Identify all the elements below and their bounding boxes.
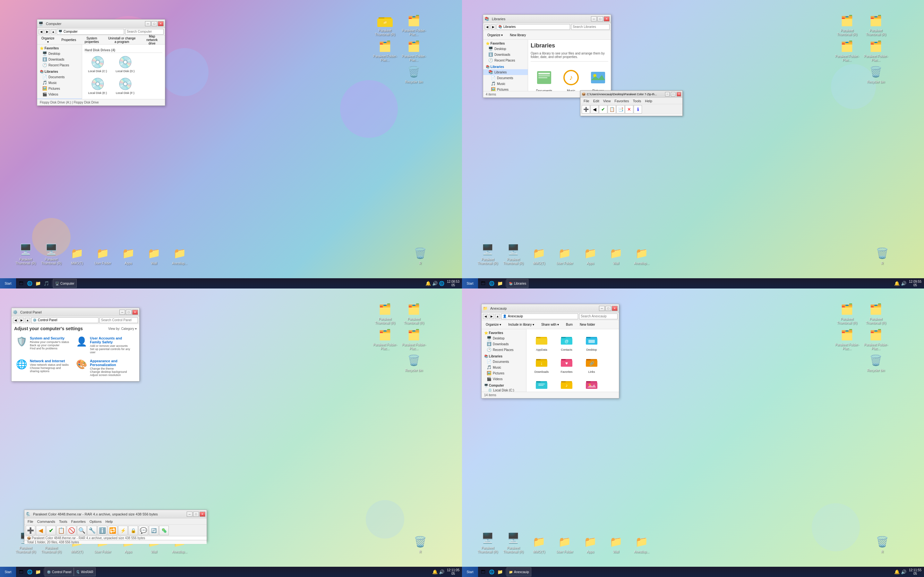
rar-menu-file[interactable]: File — [26, 519, 35, 524]
desktop-icon-br-b4[interactable]: 📁 User Folder — [552, 534, 577, 554]
folder-downloads[interactable]: ↓ Downloads — [530, 355, 553, 375]
tbi-br-1[interactable]: 🗔 — [479, 568, 487, 576]
rar-menu-tools[interactable]: Tools — [57, 519, 69, 524]
minimize-button[interactable]: ─ — [145, 21, 151, 26]
user-share[interactable]: Share with ▾ — [538, 322, 562, 328]
folder-desktop[interactable]: Desktop — [580, 333, 603, 353]
desktop-icon-br-b8[interactable]: 🗑️ R — [869, 534, 895, 554]
desktop-icon-b1[interactable]: 🖥️ Parakeet Thumbnail (R) — [13, 242, 39, 266]
sidebar-pictures[interactable]: 🖼️Pictures — [37, 85, 82, 91]
desktop-icon-tr3[interactable]: 🗂️ Parakeet Folder-Plac... — [834, 39, 860, 62]
folder-favorites[interactable]: ♥ Favorites — [556, 355, 578, 375]
zip-menu-favorites[interactable]: Favorites — [612, 99, 631, 103]
close-button[interactable]: ✕ — [158, 21, 164, 26]
lib-close[interactable]: ✕ — [604, 16, 610, 21]
cp-network[interactable]: 🌐 Network and Internet View network stat… — [14, 357, 73, 379]
zip-add-btn[interactable]: ➕ — [582, 105, 590, 113]
rar-wizard[interactable]: 🔧 — [87, 526, 97, 535]
lib-sidebar-libraries[interactable]: 📚Libraries — [483, 69, 528, 75]
rar-menu-help[interactable]: Help — [103, 519, 115, 524]
sidebar-documents[interactable]: 📄Documents — [37, 74, 82, 80]
folder-my-pictures[interactable]: My Pictures — [580, 377, 603, 392]
address-input[interactable]: 🖥️ Computer — [57, 29, 124, 35]
rar-sfx[interactable]: ⚡ — [118, 526, 128, 535]
user-forward[interactable]: ▶ — [489, 314, 494, 319]
rar-close[interactable]: ✕ — [200, 512, 205, 517]
rar-extract[interactable]: ◀ — [36, 526, 45, 535]
tbi-show-desktop[interactable]: 🗔 — [479, 279, 487, 287]
lib-sidebar-recent[interactable]: 🕐Recent Places — [483, 57, 528, 63]
lib-maximize[interactable]: □ — [598, 16, 603, 21]
taskbar-app-computer[interactable]: 🖥️Computer — [53, 279, 77, 288]
lib-search[interactable] — [571, 24, 610, 30]
cp-appearance[interactable]: 🎨 Appearance and Personalization Change … — [74, 357, 133, 379]
user-sb-desktop[interactable]: 🖥️Desktop — [481, 335, 526, 341]
zip-menu-file[interactable]: File — [582, 99, 591, 103]
tbi-bl-3[interactable]: 📁 — [34, 568, 42, 576]
desktop-icon-b7[interactable]: 📁 Anestlop... — [167, 245, 192, 266]
lib-address-input[interactable]: 📚 Libraries — [497, 24, 570, 30]
desktop-icon-3[interactable]: 🗂️ Parakeet Folder-Plac... — [372, 39, 398, 62]
cp-system-security[interactable]: 🛡️ System and Security Review your compu… — [14, 334, 73, 356]
zip-view-btn[interactable]: 📋 — [607, 105, 616, 113]
up-button[interactable]: ▲ — [51, 29, 56, 34]
user-address-input[interactable]: 👤 Anexcauip — [501, 314, 578, 319]
user-burn[interactable]: Burn — [563, 322, 575, 328]
lib-organize[interactable]: Organize ▾ — [485, 32, 506, 39]
desktop-icon-br-b1[interactable]: 🖥️ Parakeet Thumbnail (R) — [475, 530, 501, 554]
lib-forward[interactable]: ▶ — [491, 24, 496, 29]
desktop-icon-recycle[interactable]: 🗑️ Recycler bin — [401, 64, 427, 84]
user-sb-pictures[interactable]: 🖼️Pictures — [481, 370, 526, 376]
desktop-icon-tr-b8[interactable]: 🗑️ R — [869, 245, 895, 266]
folder-my-music[interactable]: ♪ My Music — [556, 377, 578, 392]
desktop-icon-4[interactable]: 🗂️ Parakeet Folder-Plac... — [401, 39, 427, 62]
folder-contacts[interactable]: @ Contacts — [556, 333, 578, 353]
cp-back[interactable]: ◀ — [13, 318, 18, 323]
desktop-icon-tr4[interactable]: 🗂️ Parakeet Folder-Plac... — [863, 39, 889, 62]
map-network-button[interactable]: Map network drive — [140, 37, 164, 43]
desktop-icon-tr-b3[interactable]: 📁 MMO(T) — [526, 245, 552, 266]
desktop-icon-tr-b1[interactable]: 🖥️ Parakeet Thumbnail (R) — [475, 242, 501, 266]
rar-repair[interactable]: 🔁 — [108, 526, 118, 535]
desktop-icon-tr1[interactable]: 🗂️ Parakeet Thumbnail (R) — [834, 13, 860, 37]
lib-back[interactable]: ◀ — [485, 24, 489, 29]
desktop-icon-tr-recycle[interactable]: 🗑️ Recycler bin — [863, 64, 889, 84]
desktop-icon-bl2[interactable]: 🗂️ Parakeet Thumbnail (R) — [401, 301, 427, 325]
zip-menu-edit[interactable]: Edit — [591, 99, 601, 103]
drive-c[interactable]: 💿 Local Disk (C:) — [85, 54, 110, 74]
user-maximize[interactable]: □ — [606, 306, 611, 311]
taskbar-rar-app[interactable]: 🗜️WinRAR — [74, 567, 95, 576]
desktop-icon-br-b5[interactable]: 📁 Apps — [577, 534, 603, 554]
user-back[interactable]: ◀ — [483, 314, 488, 319]
lib-sidebar-documents[interactable]: 📄Documents — [483, 75, 528, 81]
start-button-br[interactable]: Start — [462, 567, 478, 577]
cp-hardware[interactable]: ⚙️ Hardware and Sound View devices and p… — [14, 380, 73, 381]
taskbar-ie[interactable]: 🌐 — [26, 279, 33, 287]
sidebar-videos[interactable]: 🎬Videos — [37, 91, 82, 97]
cp-close[interactable]: ✕ — [132, 309, 138, 315]
tbi-br-2[interactable]: 🌐 — [488, 568, 495, 576]
rar-minimize[interactable]: ─ — [187, 512, 192, 517]
desktop-icon-tr-b6[interactable]: 📁 Wall — [603, 245, 629, 266]
organize-button[interactable]: Organize ▾ — [39, 37, 57, 43]
back-button[interactable]: ◀ — [39, 29, 44, 34]
tbi-bl-2[interactable]: 🌐 — [26, 568, 33, 576]
cp-forward[interactable]: ▶ — [19, 318, 24, 323]
desktop-icon-b5[interactable]: 📁 Apps — [115, 245, 141, 266]
desktop-icon-tr-b5[interactable]: 📁 Apps — [577, 245, 603, 266]
desktop-icon-b4[interactable]: 📁 User Folder — [90, 245, 115, 266]
desktop-icon-br-b7[interactable]: 📁 Anestlop... — [629, 534, 654, 554]
rar-delete[interactable]: 🚫 — [67, 526, 76, 535]
desktop-icon-br-recycle[interactable]: 🗑️ Recycler bin — [863, 353, 889, 372]
zip-back-btn[interactable]: ◀ — [590, 105, 599, 113]
desktop-icon-tr-b2[interactable]: 🖥️ Parakeet Thumbnail (R) — [501, 242, 526, 266]
tbi-br-3[interactable]: 📁 — [496, 568, 504, 576]
maximize-button[interactable]: □ — [152, 21, 157, 26]
desktop-icon-bl-recycle[interactable]: 🗑️ Recycler bin — [401, 353, 427, 372]
lib-sidebar-pictures[interactable]: 🖼️Pictures — [483, 87, 528, 91]
uninstall-button[interactable]: Uninstall or change a program — [105, 37, 139, 43]
desktop-icon-tr-b4[interactable]: 📁 User Folder — [552, 245, 577, 266]
folder-links[interactable]: 🔗 Links — [580, 355, 603, 375]
desktop-icon-b8[interactable]: 🗑️ R — [407, 245, 433, 266]
tbi-ie[interactable]: 🌐 — [488, 279, 495, 287]
